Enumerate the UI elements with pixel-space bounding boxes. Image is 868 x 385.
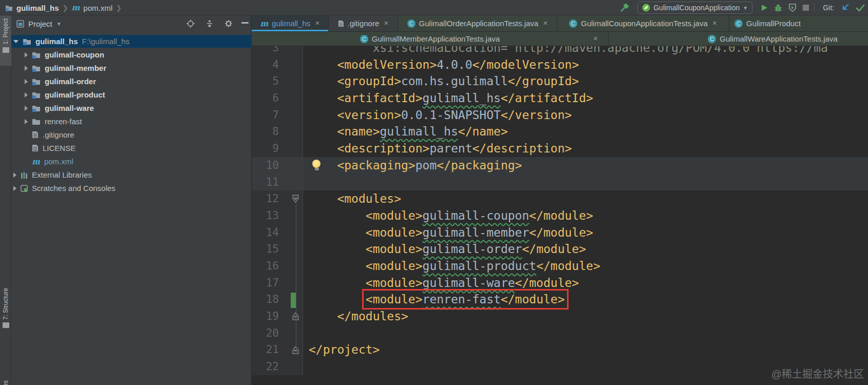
git-update-button[interactable] (838, 2, 853, 14)
debug-button[interactable] (771, 2, 785, 14)
editor-tab-gulimall-hs[interactable]: mgulimall_hs✕ (252, 15, 329, 31)
tree-collapse-arrow[interactable] (13, 40, 18, 43)
line-number[interactable]: 10 (252, 157, 303, 174)
line-number[interactable]: 3 (252, 46, 303, 56)
editor-tab-gulimallmemberapplicationtests-java[interactable]: CGulimallMemberApplicationTests.java✕ (252, 32, 609, 46)
editor-tab--gitignore[interactable]: .gitignore✕ (329, 15, 398, 31)
vcs-change-marker[interactable] (291, 293, 296, 308)
line-number[interactable]: 8 (252, 123, 303, 140)
run-configuration-select[interactable]: GulimallCouponApplication ▼ (637, 2, 752, 14)
fold-guide-line (296, 203, 296, 346)
code-line-8[interactable]: 8 <name>gulimall_hs</name> (252, 123, 868, 140)
line-number[interactable]: 4 (252, 56, 303, 73)
editor-tab-gulimallproduct[interactable]: CGulimallProduct (729, 15, 868, 31)
tree-expand-arrow[interactable] (25, 79, 28, 84)
code-line-5[interactable]: 5 <groupId>com.hs.gulimall</groupId> (252, 73, 868, 90)
fold-end-icon[interactable] (292, 346, 299, 354)
chevron-down-icon[interactable]: ▼ (56, 21, 62, 27)
tree-item-external-libraries[interactable]: External Libraries (11, 168, 252, 181)
tree-expand-arrow[interactable] (13, 186, 16, 191)
tree-item-pom-xml[interactable]: mpom.xml (11, 155, 252, 168)
tree-item-label: LICENSE (43, 144, 76, 152)
close-icon[interactable]: ✕ (712, 20, 717, 27)
stop-button[interactable] (800, 2, 812, 14)
code-line-9[interactable]: 9 <description>parent</description> (252, 140, 868, 157)
tree-item-gulimall-ware[interactable]: gulimall-ware (11, 102, 252, 114)
tree-item-gulimall-order[interactable]: gulimall-order (11, 75, 252, 88)
code-line-13[interactable]: 13 <module>gulimall-coupon</module> (252, 207, 868, 224)
panel-title[interactable]: Project (28, 20, 52, 28)
code-line-14[interactable]: 14 <module>gulimall-member</module> (252, 224, 868, 241)
module-folder-icon (32, 91, 41, 99)
code-line-21[interactable]: 21</project> (252, 341, 868, 358)
code-text: <module>gulimall-product</module> (303, 258, 600, 275)
line-number[interactable]: 22 (252, 358, 303, 375)
locate-file-button[interactable] (186, 20, 195, 28)
tree-item-license[interactable]: LICENSE (11, 142, 252, 155)
tree-expand-arrow[interactable] (13, 172, 16, 178)
editor-tab-gulimallcouponapplicationtests-java[interactable]: CGulimallCouponApplicationTests.java✕ (557, 15, 729, 31)
collapse-all-button[interactable] (205, 20, 214, 28)
code-line-20[interactable]: 20 (252, 325, 868, 342)
line-number[interactable]: 11 (252, 174, 303, 191)
intention-bulb-icon[interactable] (312, 160, 321, 170)
editor-tab-gulimallwareapplicationtests-java[interactable]: CGulimallWareApplicationTests.java (609, 32, 868, 46)
tree-item-label: pom.xml (44, 157, 73, 166)
tree-item-gulimall-member[interactable]: gulimall-member (11, 62, 252, 74)
tree-expand-arrow[interactable] (25, 106, 28, 111)
code-line-18[interactable]: 18 <module>renren-fast</module> (252, 291, 868, 308)
line-number[interactable]: 17 (252, 275, 303, 292)
git-commit-button[interactable] (853, 2, 868, 14)
editor[interactable]: 3 xsi:schemaLocation="http://maven.apach… (252, 46, 868, 385)
tree-item-scratches-and-consoles[interactable]: Scratches and Consoles (11, 182, 252, 195)
tool-window-button-project[interactable]: 1: Project (0, 15, 11, 66)
tree-item-gulimall-hs[interactable]: gulimall_hsF:\gulimall_hs (11, 35, 252, 48)
code-line-4[interactable]: 4 <modelVersion>4.0.0</modelVersion> (252, 56, 868, 73)
settings-gear-icon[interactable] (224, 20, 233, 28)
line-number[interactable]: 15 (252, 241, 303, 258)
tree-expand-arrow[interactable] (25, 92, 28, 98)
line-number[interactable]: 13 (252, 207, 303, 224)
code-token: </description> (473, 142, 572, 155)
line-number[interactable]: 9 (252, 140, 303, 157)
breadcrumb-file[interactable]: pom.xml (83, 4, 112, 12)
close-icon[interactable]: ✕ (384, 20, 388, 27)
module-folder-icon (32, 78, 41, 85)
tree-expand-arrow[interactable] (25, 119, 28, 124)
code-line-19[interactable]: 19 </modules> (252, 308, 868, 325)
breadcrumb-project[interactable]: gulimall_hs (16, 4, 59, 12)
code-line-17[interactable]: 17 <module>gulimall-ware</module> (252, 275, 868, 292)
code-line-3[interactable]: 3 xsi:schemaLocation="http://maven.apach… (252, 46, 868, 56)
tool-window-button-structure[interactable]: 7: Structure (0, 285, 11, 346)
run-with-coverage-button[interactable] (785, 2, 800, 14)
code-line-10[interactable]: 10 <packaging>pom</packaging> (252, 157, 868, 174)
close-icon[interactable]: ✕ (543, 20, 548, 27)
line-number[interactable]: 20 (252, 325, 303, 342)
line-number[interactable]: 6 (252, 90, 303, 107)
tree-item-gulimall-product[interactable]: gulimall-product (11, 88, 252, 101)
code-line-16[interactable]: 16 <module>gulimall-product</module> (252, 258, 868, 275)
line-number[interactable]: 7 (252, 107, 303, 124)
fold-open-icon[interactable] (292, 195, 299, 203)
tree-expand-arrow[interactable] (25, 66, 28, 71)
code-line-11[interactable]: 11 (252, 174, 868, 191)
close-icon[interactable]: ✕ (593, 35, 598, 42)
line-number[interactable]: 14 (252, 224, 303, 241)
tree-item-gulimall-coupon[interactable]: gulimall-coupon (11, 48, 252, 61)
code-line-6[interactable]: 6 <artifactId>gulimall_hs</artifactId> (252, 90, 868, 107)
code-line-15[interactable]: 15 <module>gulimall-order</module> (252, 241, 868, 258)
close-icon[interactable]: ✕ (315, 20, 319, 27)
line-number[interactable]: 16 (252, 258, 303, 275)
tool-window-button-favorites[interactable]: Favorites (0, 377, 11, 385)
code-line-12[interactable]: 12 <modules> (252, 190, 868, 207)
tab-label: GulimallOrderApplicationTests.java (419, 19, 539, 28)
build-hammer-button[interactable] (617, 2, 632, 14)
hide-panel-button[interactable] (241, 22, 249, 24)
editor-tab-gulimallorderapplicationtests-java[interactable]: CGulimallOrderApplicationTests.java✕ (398, 15, 557, 31)
tree-expand-arrow[interactable] (25, 52, 28, 57)
code-line-7[interactable]: 7 <version>0.0.1-SNAPSHOT</version> (252, 107, 868, 124)
tree-item-renren-fast[interactable]: renren-fast (11, 115, 252, 128)
line-number[interactable]: 5 (252, 73, 303, 90)
tree-item--gitignore[interactable]: .gitignore (11, 128, 252, 141)
run-button[interactable] (758, 2, 771, 14)
